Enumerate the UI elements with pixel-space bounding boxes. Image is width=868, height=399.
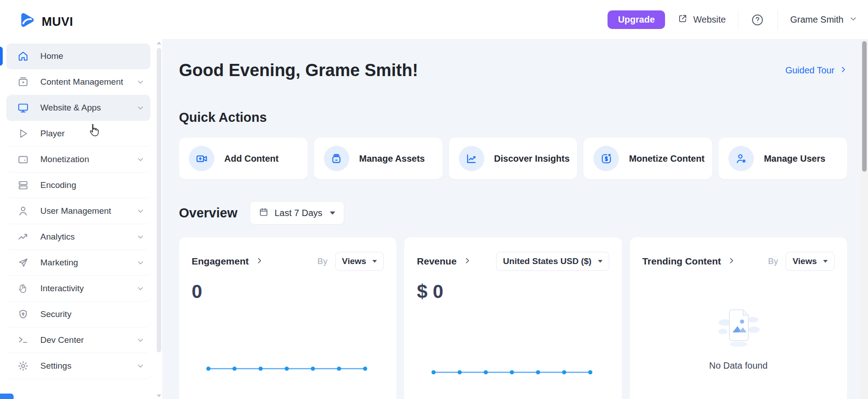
chevron-right-icon xyxy=(463,256,471,267)
sidebar-scrollbar[interactable] xyxy=(156,41,162,398)
send-icon xyxy=(17,257,29,269)
trending-content-card: Trending Content By Views xyxy=(630,237,847,399)
engagement-card: Engagement By Views 0 xyxy=(179,237,396,399)
chevron-down-icon xyxy=(137,285,144,292)
scroll-up-arrow-icon[interactable] xyxy=(157,42,161,44)
discover-insights-card[interactable]: Discover Insights xyxy=(449,138,578,179)
sidebar-item-label: Website & Apps xyxy=(40,103,137,113)
topbar-divider xyxy=(777,10,778,30)
sidebar-item-label: Encoding xyxy=(40,180,144,190)
sidebar-item-label: Security xyxy=(40,309,144,319)
main-area: Upgrade Website Grame Smith Good Evening… xyxy=(162,0,868,399)
sidebar-item-label: Home xyxy=(40,51,144,61)
external-link-icon xyxy=(678,14,688,26)
caret-down-icon xyxy=(372,260,377,263)
brand-name: MUVI xyxy=(42,15,73,29)
revenue-sparkline xyxy=(431,368,593,377)
gear-icon xyxy=(17,360,29,372)
no-data-image-icon xyxy=(711,306,766,351)
sidebar-item-home[interactable]: Home xyxy=(6,43,150,69)
trending-filter-dropdown[interactable]: Views xyxy=(786,252,834,271)
home-icon xyxy=(17,50,29,62)
sidebar-item-label: Analytics xyxy=(40,232,137,242)
user-icon xyxy=(17,205,29,217)
sidebar-item-user-management[interactable]: User Management xyxy=(6,198,150,224)
app-window: MUVI Home Content Management Website & A… xyxy=(0,0,868,399)
website-link[interactable]: Website xyxy=(678,14,726,26)
wallet-icon xyxy=(17,154,29,165)
sidebar-item-encoding[interactable]: Encoding xyxy=(6,173,150,198)
shield-lock-icon xyxy=(17,308,29,320)
filter-value: Views xyxy=(342,256,366,266)
sidebar-item-label: Settings xyxy=(40,361,137,371)
date-range-dropdown[interactable]: Last 7 Days xyxy=(250,201,344,225)
sidebar-item-interactivity[interactable]: Interactivity xyxy=(6,276,150,302)
sidebar-item-label: Monetization xyxy=(40,154,137,164)
sidebar-item-player[interactable]: Player xyxy=(6,121,150,147)
quick-actions-title: Quick Actions xyxy=(179,110,847,125)
upgrade-button[interactable]: Upgrade xyxy=(608,10,665,29)
caret-down-icon xyxy=(598,260,603,263)
sidebar-item-content-management[interactable]: Content Management xyxy=(6,69,150,95)
engagement-filter-dropdown[interactable]: Views xyxy=(335,252,384,271)
no-data-text: No Data found xyxy=(709,361,767,371)
page-title: Good Evening, Grame Smith! xyxy=(179,61,418,80)
sidebar: MUVI Home Content Management Website & A… xyxy=(0,0,162,399)
main-scrollbar[interactable] xyxy=(861,40,868,399)
monetize-content-card[interactable]: Monetize Content xyxy=(583,138,712,179)
terminal-icon xyxy=(17,334,29,346)
overview-title: Overview xyxy=(179,206,237,221)
by-label: By xyxy=(318,256,328,266)
chevron-down-icon xyxy=(137,156,144,163)
quick-action-label: Discover Insights xyxy=(494,154,570,164)
scroll-down-arrow-icon[interactable] xyxy=(157,394,161,397)
page-content: Good Evening, Grame Smith! Guided Tour Q… xyxy=(162,40,868,399)
guided-tour-link[interactable]: Guided Tour xyxy=(785,65,847,76)
chevron-down-icon xyxy=(137,207,144,215)
monetize-icon xyxy=(593,146,619,171)
user-gear-icon xyxy=(728,146,754,171)
sidebar-item-settings[interactable]: Settings xyxy=(6,353,150,379)
filter-value: United States USD ($) xyxy=(503,256,591,266)
muvi-logo-icon xyxy=(17,12,35,32)
content-box-icon xyxy=(17,76,29,88)
quick-action-label: Manage Assets xyxy=(359,154,425,164)
revenue-card-link[interactable]: Revenue xyxy=(417,256,471,267)
website-label: Website xyxy=(693,14,726,25)
user-menu[interactable]: Grame Smith xyxy=(790,14,857,25)
sidebar-item-marketing[interactable]: Marketing xyxy=(6,250,150,276)
card-title-text: Revenue xyxy=(417,256,457,267)
manage-assets-card[interactable]: Manage Assets xyxy=(314,138,443,179)
sidebar-item-monetization[interactable]: Monetization xyxy=(6,147,150,173)
sidebar-item-analytics[interactable]: Analytics xyxy=(6,224,150,250)
chevron-right-icon xyxy=(839,65,847,76)
engagement-card-link[interactable]: Engagement xyxy=(192,256,263,267)
guided-tour-label: Guided Tour xyxy=(785,65,834,76)
date-range-value: Last 7 Days xyxy=(275,208,323,218)
monitor-icon xyxy=(17,102,29,114)
quick-action-label: Manage Users xyxy=(764,154,825,164)
chevron-down-icon xyxy=(137,259,144,266)
sidebar-item-dev-center[interactable]: Dev Center xyxy=(6,327,150,353)
chevron-down-icon xyxy=(137,104,144,111)
sidebar-item-security[interactable]: Security xyxy=(6,302,150,327)
trending-content-card-link[interactable]: Trending Content xyxy=(642,256,736,267)
add-content-card[interactable]: Add Content xyxy=(179,138,308,179)
main-scrollbar-thumb[interactable] xyxy=(862,41,867,172)
sidebar-scrollbar-thumb[interactable] xyxy=(157,48,161,352)
sidebar-item-website-apps[interactable]: Website & Apps xyxy=(6,95,150,121)
play-icon xyxy=(17,128,29,139)
sidebar-nav: Home Content Management Website & Apps P… xyxy=(0,43,162,379)
card-title-text: Trending Content xyxy=(642,256,721,267)
assets-box-icon xyxy=(324,146,349,171)
brand-logo[interactable]: MUVI xyxy=(0,0,162,32)
help-circle-icon[interactable] xyxy=(751,13,765,27)
currency-dropdown[interactable]: United States USD ($) xyxy=(496,252,609,271)
calendar-icon xyxy=(259,207,269,219)
filter-value: Views xyxy=(792,256,817,266)
trending-up-icon xyxy=(17,231,29,243)
engagement-value: 0 xyxy=(192,281,384,303)
manage-users-card[interactable]: Manage Users xyxy=(719,138,847,179)
partially-visible-blue-element xyxy=(0,394,14,399)
video-plus-icon xyxy=(189,146,214,171)
